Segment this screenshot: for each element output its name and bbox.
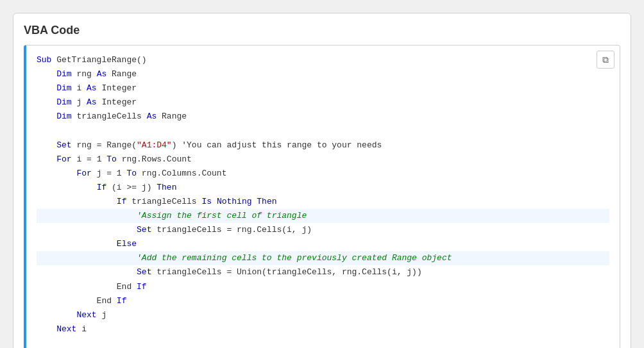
main-container: VBA Code ⧉ Sub GetTriangleRange() Dim rn… bbox=[13, 13, 631, 348]
code-line bbox=[37, 124, 609, 138]
code-line: Next i bbox=[37, 322, 609, 336]
code-line: Set triangleCells = Union(triangleCells,… bbox=[37, 265, 609, 279]
code-box: ⧉ Sub GetTriangleRange() Dim rng As Rang… bbox=[24, 45, 620, 348]
copy-button[interactable]: ⧉ bbox=[597, 51, 614, 69]
code-line: Dim triangleCells As Range bbox=[37, 110, 609, 124]
code-line: Set triangleCells = rng.Cells(i, j) bbox=[37, 223, 609, 237]
code-line: Sub GetTriangleRange() bbox=[37, 53, 609, 67]
code-line: Dim i As Integer bbox=[37, 81, 609, 95]
code-line: Set rng = Range("A1:D4") 'You can adjust… bbox=[37, 138, 609, 153]
code-line: Dim rng As Range bbox=[37, 67, 609, 81]
code-line: If triangleCells Is Nothing Then bbox=[37, 195, 609, 209]
code-line: End If bbox=[37, 294, 609, 308]
code-line: 'Add the remaining cells to the previous… bbox=[37, 251, 609, 265]
page-title: VBA Code bbox=[24, 24, 620, 37]
code-line: Dim j As Integer bbox=[37, 95, 609, 110]
code-block: Sub GetTriangleRange() Dim rng As Range … bbox=[26, 46, 620, 348]
code-line bbox=[37, 336, 609, 348]
code-line: Next j bbox=[37, 308, 609, 322]
code-line: For j = 1 To rng.Columns.Count bbox=[37, 167, 609, 181]
code-line: If (i >= j) Then bbox=[37, 181, 609, 195]
code-line: For i = 1 To rng.Rows.Count bbox=[37, 153, 609, 167]
code-line: Else bbox=[37, 237, 609, 251]
code-line: End If bbox=[37, 280, 609, 294]
code-line: 'Assign the first cell of triangle bbox=[37, 209, 609, 223]
